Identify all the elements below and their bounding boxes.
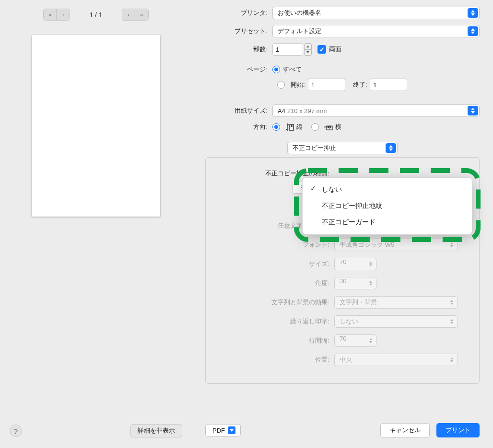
form-footer: PDF キャンセル プリント (205, 423, 480, 437)
repeat-select-value: しない (340, 317, 358, 326)
anti-copy-type-popup-wrap: しない 不正コピー抑止地紋 不正コピーガード (302, 177, 472, 235)
pages-range-radio[interactable] (277, 81, 285, 89)
line-spacing-label: 行間隔: (215, 336, 334, 345)
pages-all-label: すべて (283, 65, 302, 74)
effect-select[interactable]: 文字列・背景 (334, 296, 458, 309)
anti-copy-type-popup: しない 不正コピー抑止地紋 不正コピーガード (302, 177, 472, 235)
paper-size-select[interactable]: A4 210 x 297 mm (272, 104, 480, 117)
font-select[interactable]: 平成角ゴシック W5 (334, 239, 458, 251)
first-page-button[interactable]: « (43, 9, 57, 21)
repeat-select[interactable]: しない (334, 315, 458, 328)
position-select[interactable]: 中央 (334, 354, 458, 366)
orientation-portrait-label: 縦 (296, 123, 303, 131)
chevron-down-icon (228, 426, 235, 434)
printer-label: プリンタ: (205, 9, 272, 17)
popup-item-pattern[interactable]: 不正コピー抑止地紋 (303, 198, 472, 214)
printer-select-value: お使いの機器名 (278, 9, 321, 17)
prev-page-button[interactable]: ‹ (57, 9, 70, 21)
updown-arrows-icon (468, 106, 478, 115)
updown-arrows-icon (468, 8, 478, 18)
line-spacing-input[interactable]: 70 (334, 334, 376, 347)
updown-arrows-icon (386, 143, 396, 153)
pages-from-input[interactable] (308, 79, 345, 91)
line-spacing-value: 70 (340, 335, 346, 342)
nav-next-last-group: › » (122, 9, 149, 21)
angle-input[interactable]: 30 (334, 277, 376, 289)
pages-to-input[interactable] (370, 79, 407, 91)
pdf-button-label: PDF (212, 427, 225, 434)
preset-select[interactable]: デフォルト設定 (272, 25, 480, 37)
popup-item-none[interactable]: しない (303, 182, 472, 198)
svg-point-3 (328, 126, 329, 128)
preview-footer: ? 詳細を非表示 (0, 424, 192, 437)
anti-copy-type-label: 不正コピー抑止の種類: (215, 169, 334, 178)
position-label: 位置: (215, 356, 334, 364)
size-label: サイズ: (215, 260, 334, 268)
angle-value: 30 (340, 277, 346, 285)
repeat-label: 繰り返し印字: (215, 317, 334, 326)
pages-from-label: 開始: (291, 80, 305, 89)
copies-stepper[interactable] (304, 43, 312, 56)
print-dialog: « ‹ 1 / 1 › » ? 詳細を非表示 プリンタ: お使いの機器名 (0, 0, 493, 448)
position-select-value: 中央 (340, 356, 352, 364)
print-button[interactable]: プリント (436, 423, 480, 437)
pages-to-label: 終了: (353, 80, 367, 89)
size-value: 70 (340, 258, 346, 265)
duplex-checkbox[interactable]: ✓ (317, 45, 326, 54)
cancel-button[interactable]: キャンセル (380, 423, 430, 437)
help-button[interactable]: ? (10, 425, 22, 437)
font-label: フォント: (215, 241, 334, 249)
preset-select-value: デフォルト設定 (278, 27, 321, 35)
orientation-portrait-radio[interactable] (272, 123, 280, 131)
page-indicator: 1 / 1 (89, 11, 102, 19)
effect-label: 文字列と背景の効果: (215, 298, 334, 307)
updown-arrows-icon (468, 26, 478, 36)
preview-panel: « ‹ 1 / 1 › » ? 詳細を非表示 (0, 0, 192, 448)
pages-label: ページ: (205, 65, 272, 74)
size-input[interactable]: 70 (334, 258, 376, 270)
effect-select-value: 文字列・背景 (340, 298, 377, 307)
printer-select[interactable]: お使いの機器名 (272, 7, 480, 19)
preview-toolbar: « ‹ 1 / 1 › » (0, 0, 192, 25)
last-page-button[interactable]: » (135, 9, 149, 21)
pages-all-radio[interactable] (272, 66, 280, 73)
copies-input[interactable] (272, 43, 303, 56)
portrait-icon (284, 123, 294, 131)
section-select-value: 不正コピー抑止 (293, 144, 336, 152)
preview-page-container (0, 25, 192, 226)
orientation-landscape-label: 横 (335, 123, 341, 131)
popup-item-copy-guard[interactable]: 不正コピーガード (303, 214, 472, 230)
next-page-button[interactable]: › (122, 9, 135, 21)
copies-label: 部数: (205, 45, 272, 54)
duplex-label: 両面 (329, 45, 341, 54)
preset-label: プリセット: (205, 27, 272, 35)
nav-first-prev-group: « ‹ (43, 9, 70, 21)
section-select[interactable]: 不正コピー抑止 (287, 142, 398, 154)
orientation-label: 方向: (205, 123, 272, 131)
preview-page (32, 35, 160, 217)
svg-point-1 (291, 125, 293, 127)
paper-size-label: 用紙サイズ: (205, 106, 272, 115)
font-select-value: 平成角ゴシック W5 (340, 241, 394, 249)
angle-label: 角度: (215, 279, 334, 287)
hide-details-button[interactable]: 詳細を非表示 (130, 424, 182, 437)
landscape-icon (323, 123, 333, 131)
paper-size-detail: 210 x 297 mm (287, 107, 327, 115)
pdf-dropdown-button[interactable]: PDF (205, 424, 241, 437)
orientation-landscape-radio[interactable] (311, 123, 319, 131)
paper-size-main: A4 (278, 107, 285, 115)
